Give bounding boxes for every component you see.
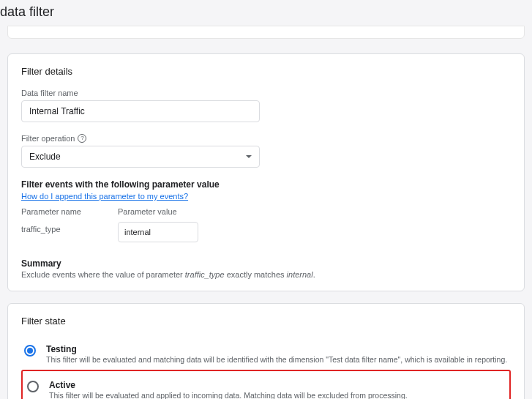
filter-operation-field: Filter operation ? Exclude <box>21 134 511 168</box>
radio-testing[interactable] <box>24 345 36 357</box>
blank-banner <box>7 26 525 39</box>
summary-match: internal <box>287 270 313 279</box>
filter-events-title: Filter events with the following paramet… <box>21 179 511 190</box>
summary-param: traffic_type <box>185 270 225 279</box>
filter-events-section: Filter events with the following paramet… <box>21 179 511 242</box>
filter-details-title: Filter details <box>21 66 511 77</box>
param-value-label: Parameter value <box>118 207 198 216</box>
summary-title: Summary <box>21 258 511 269</box>
filter-operation-label-text: Filter operation <box>21 134 75 143</box>
filter-operation-select[interactable]: Exclude <box>21 146 260 168</box>
filter-state-option-testing[interactable]: TestingThis filter will be evaluated and… <box>21 338 511 370</box>
filter-state-title: Filter state <box>21 316 511 327</box>
param-name-value: traffic_type <box>21 219 81 234</box>
filter-state-card: Filter state TestingThis filter will be … <box>7 303 525 399</box>
help-icon[interactable]: ? <box>78 134 86 143</box>
summary-mid: exactly matches <box>225 270 287 279</box>
param-value-input[interactable] <box>118 222 198 242</box>
summary-prefix: Exclude events where the value of parame… <box>21 270 185 279</box>
filter-details-card: Filter details Data filter name Filter o… <box>7 53 525 291</box>
summary-suffix: . <box>313 270 315 279</box>
summary-section: Summary Exclude events where the value o… <box>21 258 511 279</box>
filter-name-label: Data filter name <box>21 89 511 97</box>
highlight-box: ActiveThis filter will be evaluated and … <box>21 370 511 399</box>
state-label: Active <box>49 380 502 390</box>
filter-operation-value: Exclude <box>29 152 61 162</box>
state-label: Testing <box>46 344 508 354</box>
radio-active[interactable] <box>27 381 39 392</box>
page-title: data filter <box>0 0 532 26</box>
state-desc: This filter will be evaluated and applie… <box>49 391 502 399</box>
append-parameter-link[interactable]: How do I append this parameter to my eve… <box>21 192 188 201</box>
chevron-down-icon <box>246 155 252 158</box>
param-name-label: Parameter name <box>21 207 81 216</box>
filter-state-option-active[interactable]: ActiveThis filter will be evaluated and … <box>24 374 505 399</box>
summary-text: Exclude events where the value of parame… <box>21 270 511 279</box>
param-value-col: Parameter value <box>118 207 198 242</box>
param-name-col: Parameter name traffic_type <box>21 207 81 242</box>
filter-state-options: TestingThis filter will be evaluated and… <box>21 338 511 399</box>
filter-name-input[interactable] <box>21 100 260 122</box>
state-desc: This filter will be evaluated and matchi… <box>46 355 508 364</box>
filter-operation-label: Filter operation ? <box>21 134 511 143</box>
filter-name-field: Data filter name <box>21 89 511 122</box>
